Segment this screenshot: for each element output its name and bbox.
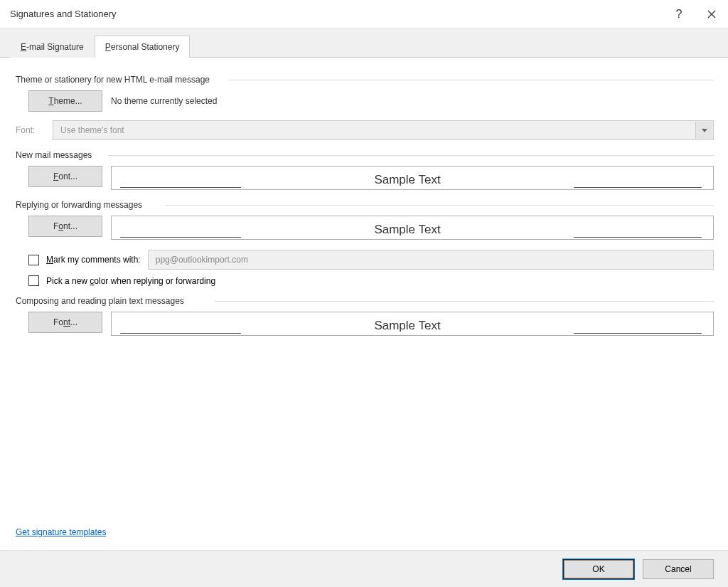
- section-reply-header: Replying or forwarding messages: [16, 200, 714, 210]
- section-theme-header: Theme or stationery for new HTML e-mail …: [16, 75, 714, 85]
- theme-status: No theme currently selected: [111, 96, 217, 106]
- sample-line-right: [574, 176, 702, 188]
- section-plain-header: Composing and reading plain text message…: [16, 296, 714, 306]
- sample-line-left: [120, 176, 241, 188]
- mark-comments-label: Mark my comments with:: [46, 255, 141, 265]
- ok-button[interactable]: OK: [563, 559, 634, 579]
- content-area: Theme or stationery for new HTML e-mail …: [0, 58, 728, 336]
- close-icon: [707, 10, 716, 18]
- tab-bar: E-mail Signature Personal Stationery: [0, 28, 728, 58]
- theme-button[interactable]: Theme...: [28, 90, 102, 112]
- dialog-title: Signatures and Stationery: [10, 9, 663, 19]
- new-mail-sample: Sample Text: [111, 166, 714, 190]
- sample-text: Sample Text: [241, 173, 574, 188]
- sample-line-right: [574, 322, 702, 334]
- signature-templates-link[interactable]: Get signature templates: [16, 527, 106, 537]
- close-button[interactable]: [695, 0, 728, 28]
- reply-font-button[interactable]: Font...: [28, 216, 102, 237]
- plain-sample: Sample Text: [111, 312, 714, 336]
- dialog-footer: OK Cancel: [0, 550, 728, 587]
- pick-color-label: Pick a new color when replying or forwar…: [46, 276, 215, 286]
- sample-line-left: [120, 322, 241, 334]
- font-label: Font:: [16, 125, 44, 135]
- tab-personal-stationery[interactable]: Personal Stationery: [95, 36, 191, 58]
- reply-sample: Sample Text: [111, 216, 714, 240]
- pick-color-checkbox[interactable]: [28, 275, 39, 286]
- sample-text: Sample Text: [241, 223, 574, 238]
- sample-line-left: [120, 226, 241, 238]
- tab-email-signature[interactable]: E-mail Signature: [10, 36, 95, 58]
- title-bar: Signatures and Stationery ?: [0, 0, 728, 28]
- sample-text: Sample Text: [241, 319, 574, 334]
- theme-font-value: Use theme's font: [60, 125, 124, 135]
- sample-line-right: [574, 226, 702, 238]
- chevron-down-icon: [702, 129, 707, 132]
- theme-font-dropdown-button[interactable]: [695, 122, 712, 139]
- help-button[interactable]: ?: [663, 0, 695, 28]
- theme-font-dropdown: Use theme's font: [53, 120, 714, 140]
- section-new-mail-header: New mail messages: [16, 150, 714, 160]
- plain-font-button[interactable]: Font...: [28, 312, 102, 333]
- mark-comments-checkbox[interactable]: [28, 255, 39, 265]
- cancel-button[interactable]: Cancel: [643, 559, 714, 579]
- new-mail-font-button[interactable]: Font...: [28, 166, 102, 187]
- mark-comments-input: ppg@outlookimport.com: [148, 250, 714, 270]
